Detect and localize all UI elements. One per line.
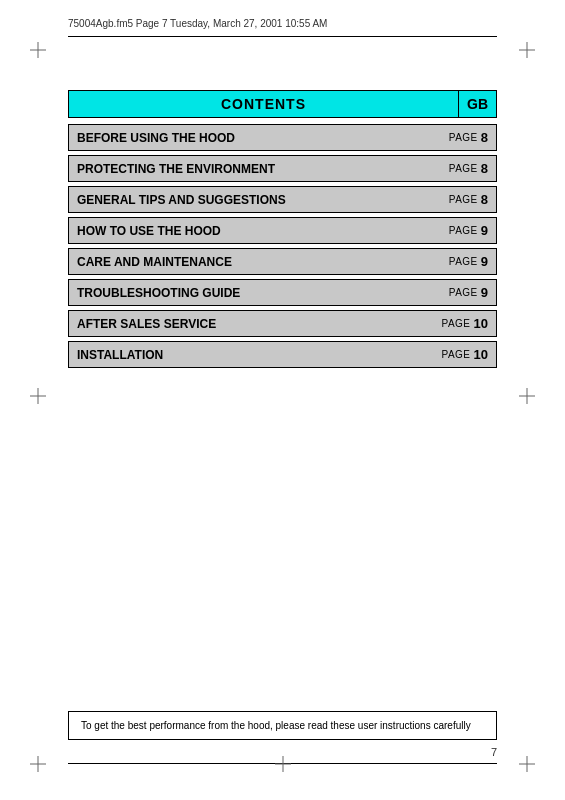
crosshair-bot-left (30, 756, 46, 772)
page-num: 8 (481, 161, 488, 176)
toc-row: GENERAL TIPS AND SUGGESTIONSPAGE8 (68, 186, 497, 213)
toc-row: TROUBLESHOOTING GUIDEPAGE9 (68, 279, 497, 306)
content-area: CONTENTS GB BEFORE USING THE HOODPAGE8PR… (68, 90, 497, 372)
page-word: PAGE (449, 225, 478, 236)
crosshair-top-right (519, 42, 535, 58)
crosshair-mid-left (30, 388, 46, 404)
page-word: PAGE (441, 349, 470, 360)
top-border (68, 36, 497, 37)
bottom-note: To get the best performance from the hoo… (68, 711, 497, 740)
toc-row-title: PROTECTING THE ENVIRONMENT (69, 156, 426, 181)
page-num: 10 (474, 347, 488, 362)
page: 75004Agb.fm5 Page 7 Tuesday, March 27, 2… (0, 0, 565, 800)
page-num: 9 (481, 223, 488, 238)
toc-row-page: PAGE8 (426, 187, 496, 212)
toc-row-title: TROUBLESHOOTING GUIDE (69, 280, 426, 305)
page-number: 7 (491, 746, 497, 758)
contents-header: CONTENTS GB (68, 90, 497, 118)
toc-row-page: PAGE8 (426, 125, 496, 150)
toc-row-page: PAGE10 (426, 311, 496, 336)
toc-row-title: INSTALLATION (69, 342, 426, 367)
crosshair-top-left (30, 42, 46, 58)
page-word: PAGE (449, 287, 478, 298)
toc-row-title: AFTER SALES SERVICE (69, 311, 426, 336)
toc-row-page: PAGE9 (426, 280, 496, 305)
toc-row: AFTER SALES SERVICEPAGE10 (68, 310, 497, 337)
toc-row: HOW TO USE THE HOODPAGE9 (68, 217, 497, 244)
page-num: 8 (481, 130, 488, 145)
file-info: 75004Agb.fm5 Page 7 Tuesday, March 27, 2… (68, 18, 327, 29)
page-num: 9 (481, 285, 488, 300)
toc-list: BEFORE USING THE HOODPAGE8PROTECTING THE… (68, 124, 497, 368)
page-num: 10 (474, 316, 488, 331)
page-num: 8 (481, 192, 488, 207)
toc-row: BEFORE USING THE HOODPAGE8 (68, 124, 497, 151)
crosshair-bot-right (519, 756, 535, 772)
toc-row: PROTECTING THE ENVIRONMENTPAGE8 (68, 155, 497, 182)
page-word: PAGE (441, 318, 470, 329)
crosshair-mid-right (519, 388, 535, 404)
toc-row-page: PAGE10 (426, 342, 496, 367)
toc-row-title: GENERAL TIPS AND SUGGESTIONS (69, 187, 426, 212)
page-word: PAGE (449, 256, 478, 267)
toc-row: INSTALLATIONPAGE10 (68, 341, 497, 368)
crosshair-bot-center (275, 756, 291, 772)
page-word: PAGE (449, 194, 478, 205)
page-word: PAGE (449, 163, 478, 174)
toc-row-page: PAGE8 (426, 156, 496, 181)
toc-row-title: CARE AND MAINTENANCE (69, 249, 426, 274)
page-word: PAGE (449, 132, 478, 143)
page-num: 9 (481, 254, 488, 269)
toc-row-title: BEFORE USING THE HOOD (69, 125, 426, 150)
toc-row-page: PAGE9 (426, 249, 496, 274)
toc-row: CARE AND MAINTENANCEPAGE9 (68, 248, 497, 275)
contents-gb: GB (458, 90, 497, 118)
toc-row-page: PAGE9 (426, 218, 496, 243)
toc-row-title: HOW TO USE THE HOOD (69, 218, 426, 243)
contents-title: CONTENTS (68, 90, 458, 118)
